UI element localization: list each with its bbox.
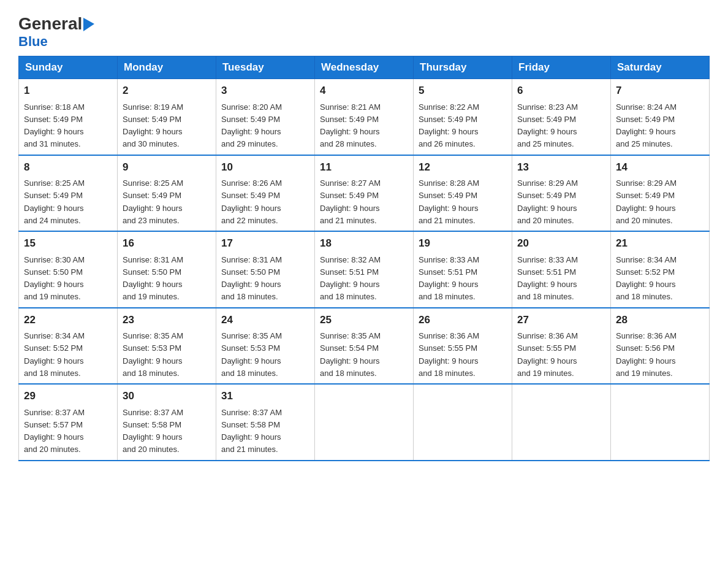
day-info: Sunrise: 8:34 AMSunset: 5:52 PMDaylight:… — [616, 255, 677, 302]
day-info: Sunrise: 8:21 AMSunset: 5:49 PMDaylight:… — [320, 102, 381, 149]
day-number: 22 — [24, 312, 112, 328]
day-number: 15 — [24, 236, 112, 251]
day-info: Sunrise: 8:36 AMSunset: 5:55 PMDaylight:… — [517, 331, 578, 378]
day-info: Sunrise: 8:19 AMSunset: 5:49 PMDaylight:… — [123, 102, 183, 149]
day-number: 25 — [320, 312, 408, 328]
logo-blue: Blue — [18, 34, 48, 50]
day-number: 11 — [320, 159, 408, 175]
day-cell-30: 30Sunrise: 8:37 AMSunset: 5:58 PMDayligh… — [118, 384, 216, 461]
day-info: Sunrise: 8:33 AMSunset: 5:51 PMDaylight:… — [419, 255, 479, 302]
empty-cell-w4-d4 — [414, 384, 512, 461]
week-row-5: 29Sunrise: 8:37 AMSunset: 5:57 PMDayligh… — [19, 384, 710, 461]
day-cell-5: 5Sunrise: 8:22 AMSunset: 5:49 PMDaylight… — [414, 79, 512, 155]
day-cell-24: 24Sunrise: 8:35 AMSunset: 5:53 PMDayligh… — [216, 308, 315, 385]
day-number: 14 — [616, 159, 704, 175]
day-number: 5 — [419, 83, 507, 99]
day-number: 20 — [517, 236, 605, 251]
day-cell-15: 15Sunrise: 8:30 AMSunset: 5:50 PMDayligh… — [19, 231, 118, 308]
day-info: Sunrise: 8:29 AMSunset: 5:49 PMDaylight:… — [517, 178, 578, 225]
day-cell-7: 7Sunrise: 8:24 AMSunset: 5:49 PMDaylight… — [611, 79, 710, 155]
day-info: Sunrise: 8:25 AMSunset: 5:49 PMDaylight:… — [123, 178, 183, 225]
day-number: 30 — [123, 388, 211, 404]
day-cell-21: 21Sunrise: 8:34 AMSunset: 5:52 PMDayligh… — [611, 231, 710, 308]
day-number: 3 — [221, 83, 309, 99]
empty-cell-w4-d3 — [315, 384, 414, 461]
day-info: Sunrise: 8:37 AMSunset: 5:58 PMDaylight:… — [123, 408, 183, 454]
header-sunday: Sunday — [19, 56, 118, 79]
day-number: 4 — [320, 83, 408, 99]
day-number: 23 — [123, 312, 211, 328]
day-number: 31 — [221, 388, 309, 404]
day-cell-1: 1Sunrise: 8:18 AMSunset: 5:49 PMDaylight… — [19, 79, 118, 155]
day-cell-23: 23Sunrise: 8:35 AMSunset: 5:53 PMDayligh… — [118, 308, 216, 385]
day-cell-27: 27Sunrise: 8:36 AMSunset: 5:55 PMDayligh… — [512, 308, 611, 385]
day-info: Sunrise: 8:28 AMSunset: 5:49 PMDaylight:… — [419, 178, 479, 225]
day-number: 26 — [419, 312, 507, 328]
header-wednesday: Wednesday — [315, 56, 414, 79]
day-info: Sunrise: 8:33 AMSunset: 5:51 PMDaylight:… — [517, 255, 578, 302]
day-info: Sunrise: 8:34 AMSunset: 5:52 PMDaylight:… — [24, 331, 85, 378]
day-number: 10 — [221, 159, 309, 175]
day-cell-9: 9Sunrise: 8:25 AMSunset: 5:49 PMDaylight… — [118, 155, 216, 232]
day-number: 16 — [123, 236, 211, 251]
day-cell-11: 11Sunrise: 8:27 AMSunset: 5:49 PMDayligh… — [315, 155, 414, 232]
header-saturday: Saturday — [611, 56, 710, 79]
day-cell-8: 8Sunrise: 8:25 AMSunset: 5:49 PMDaylight… — [19, 155, 118, 232]
day-number: 1 — [24, 83, 112, 99]
header-monday: Monday — [118, 56, 216, 79]
day-info: Sunrise: 8:30 AMSunset: 5:50 PMDaylight:… — [24, 255, 85, 302]
day-number: 6 — [517, 83, 605, 99]
day-number: 2 — [123, 83, 211, 99]
day-info: Sunrise: 8:25 AMSunset: 5:49 PMDaylight:… — [24, 178, 85, 225]
day-number: 13 — [517, 159, 605, 175]
day-cell-22: 22Sunrise: 8:34 AMSunset: 5:52 PMDayligh… — [19, 308, 118, 385]
day-cell-17: 17Sunrise: 8:31 AMSunset: 5:50 PMDayligh… — [216, 231, 315, 308]
day-info: Sunrise: 8:37 AMSunset: 5:57 PMDaylight:… — [24, 408, 85, 454]
logo-triangle-icon — [83, 18, 97, 31]
day-info: Sunrise: 8:29 AMSunset: 5:49 PMDaylight:… — [616, 178, 677, 225]
day-number: 29 — [24, 388, 112, 404]
day-number: 17 — [221, 236, 309, 251]
day-info: Sunrise: 8:20 AMSunset: 5:49 PMDaylight:… — [221, 102, 282, 149]
day-cell-16: 16Sunrise: 8:31 AMSunset: 5:50 PMDayligh… — [118, 231, 216, 308]
calendar-table: SundayMondayTuesdayWednesdayThursdayFrid… — [18, 56, 710, 461]
day-info: Sunrise: 8:31 AMSunset: 5:50 PMDaylight:… — [221, 255, 282, 302]
empty-cell-w4-d6 — [611, 384, 710, 461]
day-cell-12: 12Sunrise: 8:28 AMSunset: 5:49 PMDayligh… — [414, 155, 512, 232]
empty-cell-w4-d5 — [512, 384, 611, 461]
day-number: 8 — [24, 159, 112, 175]
day-info: Sunrise: 8:35 AMSunset: 5:54 PMDaylight:… — [320, 331, 381, 378]
day-info: Sunrise: 8:24 AMSunset: 5:49 PMDaylight:… — [616, 102, 677, 149]
day-info: Sunrise: 8:37 AMSunset: 5:58 PMDaylight:… — [221, 408, 282, 454]
page-header: General Blue — [18, 12, 710, 50]
day-cell-14: 14Sunrise: 8:29 AMSunset: 5:49 PMDayligh… — [611, 155, 710, 232]
day-number: 18 — [320, 236, 408, 251]
day-info: Sunrise: 8:23 AMSunset: 5:49 PMDaylight:… — [517, 102, 578, 149]
day-cell-13: 13Sunrise: 8:29 AMSunset: 5:49 PMDayligh… — [512, 155, 611, 232]
header-tuesday: Tuesday — [216, 56, 315, 79]
day-cell-2: 2Sunrise: 8:19 AMSunset: 5:49 PMDaylight… — [118, 79, 216, 155]
day-number: 9 — [123, 159, 211, 175]
day-info: Sunrise: 8:32 AMSunset: 5:51 PMDaylight:… — [320, 255, 381, 302]
day-info: Sunrise: 8:35 AMSunset: 5:53 PMDaylight:… — [221, 331, 282, 378]
svg-marker-0 — [83, 18, 94, 31]
day-number: 21 — [616, 236, 704, 251]
week-row-4: 22Sunrise: 8:34 AMSunset: 5:52 PMDayligh… — [19, 308, 710, 385]
day-info: Sunrise: 8:36 AMSunset: 5:56 PMDaylight:… — [616, 331, 677, 378]
day-number: 27 — [517, 312, 605, 328]
day-cell-29: 29Sunrise: 8:37 AMSunset: 5:57 PMDayligh… — [19, 384, 118, 461]
day-info: Sunrise: 8:22 AMSunset: 5:49 PMDaylight:… — [419, 102, 479, 149]
day-cell-31: 31Sunrise: 8:37 AMSunset: 5:58 PMDayligh… — [216, 384, 315, 461]
day-number: 7 — [616, 83, 704, 99]
day-info: Sunrise: 8:27 AMSunset: 5:49 PMDaylight:… — [320, 178, 381, 225]
day-info: Sunrise: 8:36 AMSunset: 5:55 PMDaylight:… — [419, 331, 479, 378]
day-number: 12 — [419, 159, 507, 175]
week-row-2: 8Sunrise: 8:25 AMSunset: 5:49 PMDaylight… — [19, 155, 710, 232]
day-info: Sunrise: 8:31 AMSunset: 5:50 PMDaylight:… — [123, 255, 183, 302]
logo-general: General — [18, 15, 82, 33]
day-info: Sunrise: 8:26 AMSunset: 5:49 PMDaylight:… — [221, 178, 282, 225]
day-cell-4: 4Sunrise: 8:21 AMSunset: 5:49 PMDaylight… — [315, 79, 414, 155]
week-row-3: 15Sunrise: 8:30 AMSunset: 5:50 PMDayligh… — [19, 231, 710, 308]
logo: General Blue — [18, 15, 97, 50]
day-number: 24 — [221, 312, 309, 328]
